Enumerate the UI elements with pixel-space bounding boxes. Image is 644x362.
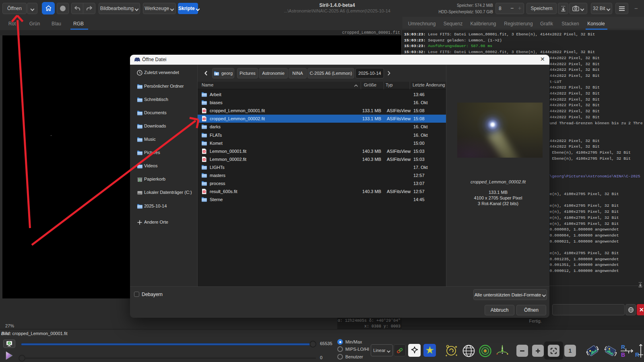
svg-text:B: B [621,352,625,358]
svg-text:R: R [621,344,625,350]
